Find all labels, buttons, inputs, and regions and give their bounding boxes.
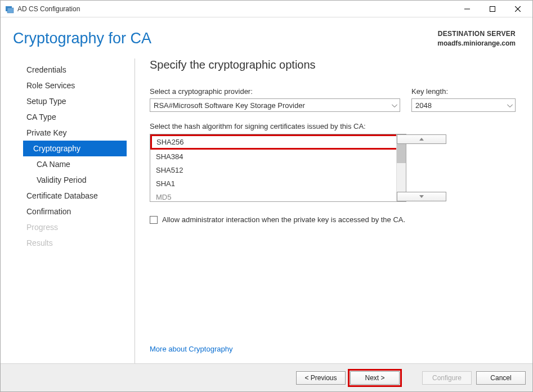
cancel-button[interactable]: Cancel: [476, 371, 526, 385]
sidebar-item-certificate-database[interactable]: Certificate Database: [26, 188, 135, 204]
keylength-label: Key length:: [411, 87, 516, 96]
keylength-value: 2048: [415, 101, 432, 110]
hash-option-md5[interactable]: MD5: [150, 190, 406, 201]
hash-listbox[interactable]: SHA256SHA384SHA512SHA1MD5: [150, 134, 406, 202]
sidebar-item-progress: Progress: [26, 219, 135, 235]
destination-server: moadfs.miniorange.com: [437, 39, 516, 47]
provider-value: RSA#Microsoft Software Key Storage Provi…: [154, 101, 305, 110]
main-panel: Specify the cryptographic options Select…: [150, 58, 516, 363]
scroll-up-icon[interactable]: [397, 134, 446, 144]
close-button[interactable]: [505, 1, 530, 17]
sidebar-item-setup-type[interactable]: Setup Type: [26, 93, 135, 109]
configure-button[interactable]: Configure: [422, 371, 472, 385]
chevron-down-icon: [392, 101, 397, 110]
sidebar-item-ca-type[interactable]: CA Type: [26, 109, 135, 125]
minimize-button[interactable]: [454, 1, 480, 17]
scroll-thumb[interactable]: [397, 144, 406, 163]
sidebar-item-credentials[interactable]: Credentials: [26, 62, 135, 78]
chevron-down-icon: [507, 101, 513, 110]
app-icon: [5, 4, 14, 13]
hash-option-sha256[interactable]: SHA256: [150, 134, 406, 150]
admin-interaction-checkbox[interactable]: [150, 216, 158, 224]
keylength-select[interactable]: 2048: [411, 98, 516, 112]
svg-rect-1: [7, 8, 14, 13]
hash-option-sha384[interactable]: SHA384: [150, 150, 406, 163]
footer: < Previous Next > Configure Cancel: [1, 363, 532, 391]
window-title: AD CS Configuration: [17, 5, 80, 13]
page-title: Cryptography for CA: [13, 30, 437, 47]
sidebar-item-private-key[interactable]: Private Key: [26, 125, 135, 141]
listbox-scrollbar[interactable]: [396, 134, 406, 201]
maximize-button[interactable]: [480, 1, 505, 17]
admin-interaction-label: Allow administrator interaction when the…: [162, 215, 405, 224]
sidebar-item-ca-name[interactable]: CA Name: [26, 156, 135, 172]
page-header: Cryptography for CA DESTINATION SERVER m…: [1, 17, 532, 51]
main-heading: Specify the cryptographic options: [150, 58, 516, 71]
sidebar-item-confirmation[interactable]: Confirmation: [26, 204, 135, 219]
destination-label: DESTINATION SERVER: [437, 30, 516, 38]
sidebar-item-role-services[interactable]: Role Services: [26, 78, 135, 93]
provider-label: Select a cryptographic provider:: [150, 87, 400, 96]
hash-label: Select the hash algorithm for signing ce…: [150, 122, 516, 130]
sidebar-item-cryptography[interactable]: Cryptography: [23, 141, 127, 156]
sidebar: CredentialsRole ServicesSetup TypeCA Typ…: [26, 58, 135, 363]
previous-button[interactable]: < Previous: [296, 371, 346, 385]
next-button[interactable]: Next >: [350, 371, 400, 385]
provider-select[interactable]: RSA#Microsoft Software Key Storage Provi…: [150, 98, 400, 112]
hash-option-sha1[interactable]: SHA1: [150, 177, 406, 190]
scroll-down-icon[interactable]: [397, 192, 446, 201]
svg-rect-3: [490, 6, 495, 11]
destination-block: DESTINATION SERVER moadfs.miniorange.com: [437, 30, 516, 47]
hash-option-sha512[interactable]: SHA512: [150, 163, 406, 177]
sidebar-item-results: Results: [26, 235, 135, 251]
titlebar: AD CS Configuration: [1, 1, 532, 17]
sidebar-item-validity-period[interactable]: Validity Period: [26, 172, 135, 188]
sidebar-divider: [135, 58, 135, 363]
more-link[interactable]: More about Cryptography: [150, 345, 516, 353]
